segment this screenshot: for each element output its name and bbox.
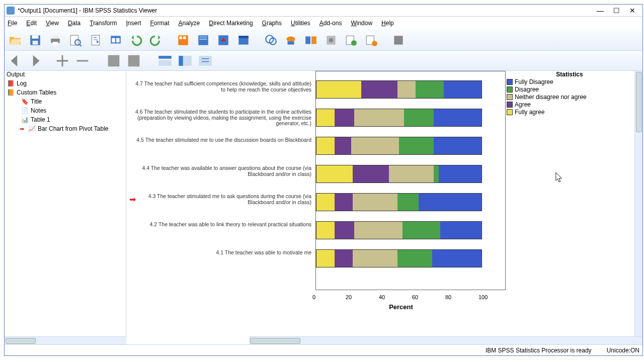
- run-icon[interactable]: [363, 32, 380, 49]
- recall-dialog-icon[interactable]: [107, 32, 124, 49]
- mouse-cursor-icon: [555, 171, 564, 183]
- legend-swatch: [507, 109, 513, 115]
- chart-bar-segment: [353, 165, 389, 183]
- menu-analyze[interactable]: Analyze: [179, 20, 200, 27]
- svg-point-21: [286, 36, 295, 42]
- chart-bar-segment: [354, 109, 404, 126]
- legend-item: Fully Disagree: [507, 78, 632, 85]
- content-hscroll[interactable]: [249, 336, 642, 344]
- svg-rect-22: [288, 41, 294, 45]
- menu-insert[interactable]: Insert: [126, 20, 141, 27]
- outline-item-label: Table 1: [31, 116, 50, 123]
- svg-rect-38: [179, 56, 183, 66]
- value-labels-icon[interactable]: [282, 32, 299, 49]
- menu-window[interactable]: Window: [351, 20, 372, 27]
- select-cases-icon[interactable]: [262, 32, 279, 49]
- menu-help[interactable]: Help: [381, 20, 394, 27]
- outline-item-log[interactable]: 📕 Log: [5, 79, 126, 88]
- svg-rect-1: [32, 35, 39, 39]
- outline-item-title[interactable]: 🔖 Title: [5, 97, 126, 106]
- outline-item-label: Notes: [31, 107, 46, 114]
- redo-icon[interactable]: [147, 32, 165, 49]
- export-icon[interactable]: [87, 32, 104, 49]
- menu-format[interactable]: Format: [150, 20, 170, 27]
- svg-rect-32: [77, 60, 89, 61]
- menu-transform[interactable]: Transform: [90, 20, 117, 27]
- insert-title-icon[interactable]: [177, 52, 194, 69]
- print-icon[interactable]: [47, 32, 64, 49]
- demote-icon[interactable]: [125, 52, 142, 69]
- menu-file[interactable]: File: [8, 20, 17, 27]
- legend-swatch: [507, 79, 513, 85]
- goto-data-icon[interactable]: [175, 32, 192, 49]
- svg-rect-8: [92, 35, 99, 45]
- title-bar: *Output1 [Document1] - IBM SPSS Statisti…: [5, 5, 642, 17]
- outline-item-notes[interactable]: 📄 Notes: [5, 106, 126, 115]
- outline-item-table1[interactable]: 📊 Table 1: [5, 115, 126, 124]
- undo-icon[interactable]: [127, 32, 144, 49]
- split-file-icon[interactable]: [302, 32, 319, 49]
- legend-label: Agree: [515, 101, 531, 108]
- open-icon[interactable]: [7, 32, 24, 49]
- chart-bar-segment: [354, 222, 402, 239]
- current-marker-icon: ➡: [20, 126, 24, 132]
- content-pane[interactable]: ➡ 4.7 The teacher had sufficient compete…: [126, 71, 642, 344]
- svg-rect-10: [112, 38, 115, 42]
- chart-bars: [316, 80, 482, 278]
- expand-icon[interactable]: [54, 52, 71, 69]
- legend-label: Neither disagree nor agree: [515, 94, 587, 101]
- outline-root[interactable]: Output: [5, 71, 126, 79]
- outline-item-barchart[interactable]: ➡ 📈 Bar Chart from Pivot Table: [5, 124, 126, 133]
- chart-bar-segment: [434, 137, 481, 154]
- stop-icon[interactable]: [390, 32, 407, 49]
- chart-bar-segment: [316, 81, 361, 98]
- menu-graphs[interactable]: Graphs: [262, 20, 282, 27]
- title-icon: 🔖: [21, 98, 29, 106]
- menu-data[interactable]: Data: [68, 20, 80, 27]
- svg-point-26: [329, 38, 334, 42]
- chart-bar-segment: [444, 81, 481, 98]
- menu-edit[interactable]: Edit: [26, 20, 37, 27]
- goto-variable-icon[interactable]: [215, 32, 232, 49]
- outline-pane[interactable]: Output 📕 Log 📙 Custom Tables 🔖 Title 📄 N…: [5, 71, 126, 344]
- minimize-button[interactable]: —: [592, 6, 608, 16]
- chart-bar-segment: [335, 250, 353, 267]
- variables-icon[interactable]: [235, 32, 252, 49]
- svg-rect-39: [199, 56, 212, 66]
- outline-hscroll[interactable]: [5, 336, 126, 344]
- forward-arrow-icon[interactable]: [27, 52, 44, 69]
- outline-item-custom-tables[interactable]: 📙 Custom Tables: [5, 88, 126, 97]
- back-arrow-icon[interactable]: [7, 52, 24, 69]
- menu-view[interactable]: View: [46, 20, 59, 27]
- legend-label: Fully agree: [515, 109, 544, 116]
- promote-icon[interactable]: [105, 52, 122, 69]
- goto-case-icon[interactable]: [195, 32, 212, 49]
- legend-item: Fully agree: [507, 109, 632, 116]
- svg-rect-18: [238, 36, 249, 38]
- menu-addons[interactable]: Add-ons: [319, 20, 342, 27]
- close-button[interactable]: ✕: [624, 6, 640, 16]
- menu-direct-marketing[interactable]: Direct Marketing: [209, 20, 253, 27]
- chart-tick: 40: [379, 294, 385, 300]
- maximize-button[interactable]: ☐: [608, 6, 624, 16]
- chart-bar-segment: [316, 250, 335, 267]
- svg-rect-4: [53, 35, 58, 39]
- collapse-icon[interactable]: [74, 52, 91, 69]
- chart-category-label: 4.7 The teacher had sufficient competenc…: [130, 81, 311, 93]
- menu-utilities[interactable]: Utilities: [291, 20, 310, 27]
- save-icon[interactable]: [27, 32, 44, 49]
- print-preview-icon[interactable]: [67, 32, 84, 49]
- outline-item-label: Log: [17, 80, 27, 87]
- app-icon: [7, 7, 15, 15]
- insert-heading-icon[interactable]: [156, 52, 174, 69]
- weight-cases-icon[interactable]: [323, 32, 340, 49]
- chart-bar-segment: [397, 250, 432, 267]
- book-icon: 📕: [7, 79, 15, 87]
- designate-window-icon[interactable]: [343, 32, 360, 49]
- svg-rect-13: [179, 36, 182, 39]
- window-title: *Output1 [Document1] - IBM SPSS Statisti…: [18, 7, 157, 14]
- chart-bar: [316, 109, 482, 127]
- insert-text-icon[interactable]: [197, 52, 214, 69]
- chart-bar-segment: [434, 109, 481, 126]
- content-vscroll[interactable]: [634, 71, 642, 336]
